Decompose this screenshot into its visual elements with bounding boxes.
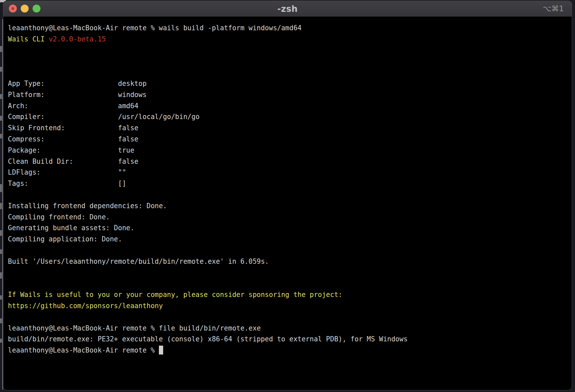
- wails-cli-label: Wails CLI: [8, 35, 49, 43]
- config-label: Package:: [8, 145, 118, 156]
- command-text: leaanthony@Leas-MacBook-Air remote % fil…: [8, 324, 261, 332]
- minimize-button[interactable]: [21, 5, 29, 12]
- background-fragment: [0, 295, 2, 300]
- config-label: LDFlags:: [8, 167, 118, 178]
- config-value: desktop: [118, 80, 147, 87]
- wails-version-label: v2.0.0-beta.15: [49, 35, 106, 43]
- config-row: Skip Frontend:false: [8, 123, 572, 134]
- background-fragment: [0, 203, 2, 209]
- terminal-line-blank: [8, 56, 572, 67]
- config-value: true: [118, 146, 135, 154]
- terminal-line-blank: [8, 45, 572, 56]
- background-fragment: [0, 339, 2, 343]
- terminal-line-built: Built '/Users/leaanthony/remote/build/bi…: [8, 256, 572, 267]
- config-label: Arch:: [8, 101, 118, 112]
- config-row: App Type:desktop: [8, 78, 572, 89]
- config-label: Clean Build Dir:: [8, 156, 118, 167]
- zoom-button[interactable]: [33, 5, 40, 12]
- progress-text: Compiling application: Done.: [8, 235, 122, 243]
- config-label: Compress:: [8, 134, 118, 145]
- background-fragment: [0, 94, 2, 99]
- config-row: Compiler:/usr/local/go/bin/go: [8, 111, 572, 123]
- terminal-line-progress: Generating bundle assets: Done.: [8, 223, 572, 234]
- config-value: []: [118, 180, 126, 187]
- background-fragment: [0, 249, 2, 254]
- window-titlebar[interactable]: -zsh ⌥⌘1: [3, 1, 572, 17]
- file-output-text: build/bin/remote.exe: PE32+ executable (…: [8, 335, 408, 343]
- background-fragment: [0, 272, 2, 279]
- config-value: false: [118, 158, 138, 165]
- background-fragment: [0, 230, 2, 236]
- config-row: Clean Build Dir:false: [8, 156, 572, 167]
- prompt-text: leaanthony@Leas-MacBook-Air remote %: [8, 346, 159, 354]
- terminal-screen[interactable]: leaanthony@Leas-MacBook-Air remote % wai…: [3, 17, 572, 356]
- sponsor-message: If Wails is useful to you or your compan…: [8, 291, 342, 299]
- terminal-cursor[interactable]: [159, 346, 163, 355]
- terminal-line-sponsor-message: If Wails is useful to you or your compan…: [8, 289, 572, 301]
- config-value: false: [118, 135, 138, 143]
- background-window-sliver: [0, 0, 3, 392]
- config-label: App Type:: [8, 78, 118, 89]
- terminal-line-file-output: build/bin/remote.exe: PE32+ executable (…: [8, 334, 572, 345]
- terminal-line-blank: [8, 312, 572, 323]
- config-row: Tags:[]: [8, 178, 572, 189]
- terminal-line-command2: leaanthony@Leas-MacBook-Air remote % fil…: [8, 323, 572, 334]
- command-text: leaanthony@Leas-MacBook-Air remote % wai…: [8, 24, 302, 32]
- config-label: Compiler:: [8, 111, 118, 123]
- config-row: LDFlags:"": [8, 167, 572, 178]
- config-value: amd64: [118, 102, 138, 110]
- built-text: Built '/Users/leaanthony/remote/build/bi…: [8, 257, 269, 265]
- terminal-line-blank: [8, 245, 572, 256]
- background-fragment: [0, 134, 2, 138]
- terminal-line-blank: [8, 67, 572, 78]
- progress-text: Generating bundle assets: Done.: [8, 224, 134, 232]
- traffic-lights: [9, 5, 40, 12]
- close-button[interactable]: [9, 5, 17, 12]
- progress-text: Compiling frontend: Done.: [8, 213, 110, 221]
- terminal-window: -zsh ⌥⌘1 leaanthony@Leas-MacBook-Air rem…: [3, 1, 572, 390]
- config-value: "": [118, 168, 126, 176]
- window-shortcut-badge: ⌥⌘1: [543, 4, 564, 13]
- config-row: Platform:windows: [8, 89, 572, 101]
- config-row: Package:true: [8, 145, 572, 156]
- terminal-line-prompt[interactable]: leaanthony@Leas-MacBook-Air remote %: [8, 345, 572, 356]
- terminal-line-sponsor-url: https://github.com/sponsors/leaanthony: [8, 301, 572, 312]
- config-row: Arch:amd64: [8, 101, 572, 112]
- config-value: false: [118, 124, 138, 132]
- terminal-line-banner: Wails CLI v2.0.0-beta.15: [8, 34, 572, 45]
- background-fragment: [0, 116, 2, 121]
- config-row: Compress:false: [8, 134, 572, 145]
- terminal-line-progress: Compiling application: Done.: [8, 234, 572, 245]
- config-label: Skip Frontend:: [8, 123, 118, 134]
- config-label: Platform:: [8, 89, 118, 101]
- background-fragment: [0, 184, 2, 192]
- background-fragment: [0, 46, 2, 52]
- window-title: -zsh: [277, 4, 298, 14]
- progress-text: Installing frontend dependencies: Done.: [8, 202, 167, 210]
- terminal-line-progress: Installing frontend dependencies: Done.: [8, 201, 572, 212]
- config-label: Tags:: [8, 178, 118, 189]
- background-fragment: [0, 318, 2, 323]
- background-fragment: [0, 67, 2, 72]
- terminal-line-blank: [8, 278, 572, 289]
- sponsor-url-link[interactable]: https://github.com/sponsors/leaanthony: [8, 302, 163, 310]
- config-value: /usr/local/go/bin/go: [118, 113, 200, 121]
- terminal-line-command1: leaanthony@Leas-MacBook-Air remote % wai…: [8, 23, 572, 34]
- terminal-line-progress: Compiling frontend: Done.: [8, 212, 572, 223]
- terminal-line-blank: [8, 267, 572, 279]
- config-value: windows: [118, 91, 147, 99]
- terminal-line-blank: [8, 189, 572, 201]
- background-window-edge: [2, 19, 3, 390]
